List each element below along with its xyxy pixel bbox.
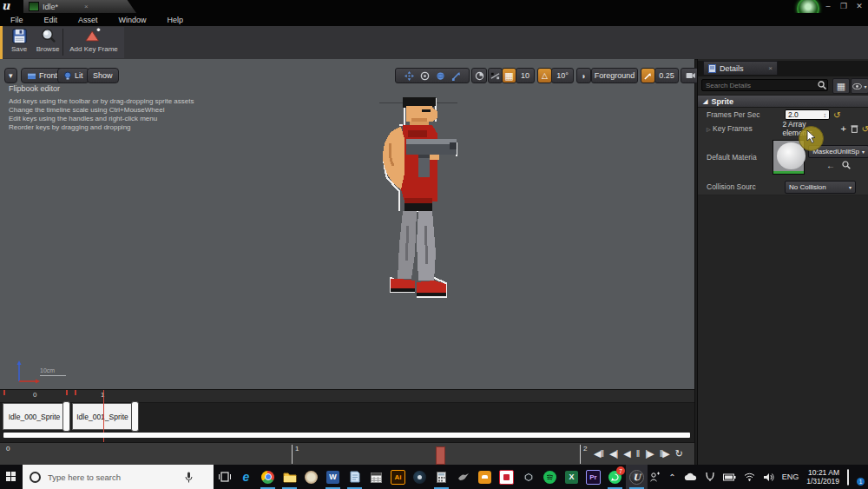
taskbar-app-steam[interactable] — [409, 465, 431, 489]
start-button[interactable] — [0, 465, 23, 489]
save-button[interactable]: Save — [5, 28, 33, 57]
delete-elements-icon[interactable] — [851, 124, 858, 133]
browse-button[interactable]: Browse — [33, 28, 62, 57]
property-matrix-button[interactable]: ▦ — [832, 78, 850, 94]
pause-button[interactable]: ‖ — [636, 448, 640, 459]
flipbook-timeline[interactable]: 0 1 Idle_000_Sprite Idle_001_Sprite — [0, 389, 695, 443]
taskbar-app-premiere[interactable]: Pr — [582, 465, 604, 489]
taskbar-app-gray-bird[interactable] — [452, 465, 474, 489]
viewport-options-dropdown[interactable]: ▾ — [4, 68, 17, 83]
step-back-button[interactable]: ◀| — [609, 448, 617, 459]
timeline-track-bar[interactable] — [3, 433, 690, 438]
grid-snap-value-dropdown[interactable]: 10 — [516, 68, 535, 83]
angle-icon: △ — [542, 71, 548, 80]
rotation-snap-toggle[interactable]: △ — [537, 68, 552, 83]
expander-icon[interactable]: ▷ — [707, 127, 711, 132]
menu-asset[interactable]: Asset — [68, 16, 108, 24]
rotation-snap-value-dropdown[interactable]: 10° — [551, 68, 574, 83]
sprite-section-header[interactable]: ◢ Sprite — [698, 95, 868, 108]
play-reverse-button[interactable]: ◀ — [623, 448, 629, 459]
taskbar-app-excel[interactable]: X — [561, 465, 582, 489]
details-tab[interactable]: Details × — [703, 61, 778, 75]
frames-per-second-input[interactable]: 2.0 ↕ — [785, 109, 830, 120]
sphere-gizmo-icon[interactable] — [436, 71, 445, 81]
scale-tool-icon[interactable] — [451, 71, 461, 81]
add-element-icon[interactable]: + — [840, 123, 845, 134]
lit-mode-button[interactable]: Lit — [57, 68, 89, 83]
taskbar-clock[interactable]: 10:21 AM 1/31/2019 — [806, 468, 839, 486]
reset-to-default-icon[interactable]: ↺ — [862, 124, 868, 134]
taskbar-app-word[interactable]: W — [322, 465, 344, 489]
taskbar-app-notepad[interactable] — [344, 465, 365, 489]
taskbar-app-compass[interactable] — [300, 465, 322, 489]
details-tab-close-icon[interactable]: × — [768, 64, 773, 72]
rotate-tool-icon[interactable] — [420, 71, 430, 81]
display-filter-button[interactable]: ▾ — [851, 78, 868, 94]
taskbar-app-orange[interactable] — [474, 465, 496, 489]
collision-source-dropdown[interactable]: No Collision ▾ — [785, 181, 856, 194]
taskbar-app-calendar[interactable] — [365, 465, 387, 489]
taskbar-app-red[interactable] — [496, 465, 517, 489]
browse-to-asset-icon[interactable] — [842, 161, 851, 169]
scale-ruler: 10cm — [40, 367, 66, 376]
action-center-button[interactable]: 1 — [847, 470, 863, 484]
taskbar-app-file-explorer[interactable] — [279, 465, 300, 489]
tray-expand-chevron-icon[interactable]: ⌃ — [668, 472, 675, 482]
taskbar-app-unreal[interactable]: U — [626, 465, 648, 489]
snap-plane-button[interactable] — [488, 68, 503, 83]
keyframe-idle-000[interactable]: Idle_000_Sprite — [3, 403, 66, 430]
minimize-button[interactable]: – — [821, 1, 835, 11]
onedrive-cloud-icon[interactable] — [684, 472, 697, 481]
menu-window[interactable]: Window — [108, 16, 157, 24]
speaker-icon[interactable] — [763, 472, 774, 482]
keyframe-handle[interactable] — [131, 401, 139, 432]
taskbar-app-calculator[interactable] — [431, 465, 452, 489]
step-forward-button[interactable]: |▶ — [645, 448, 653, 459]
taskbar-app-spotify[interactable] — [539, 465, 561, 489]
translate-tool-icon[interactable] — [404, 71, 414, 81]
add-key-frame-button[interactable]: Add Key Frame — [66, 28, 122, 57]
asset-tab-idle[interactable]: Idle* × — [23, 0, 136, 13]
camera-speed-button[interactable] — [641, 68, 655, 83]
reset-to-default-icon[interactable]: ↺ — [833, 110, 840, 120]
camera-speed-value[interactable]: 0.25 — [654, 68, 679, 83]
language-indicator[interactable]: ENG — [782, 472, 799, 481]
taskbar-app-unity[interactable] — [517, 465, 539, 489]
scale-snap-toggle[interactable]: ◗ — [576, 68, 591, 83]
use-selected-asset-icon[interactable]: ← — [826, 161, 835, 170]
close-button[interactable]: ✕ — [852, 1, 866, 11]
expander-icon: ◢ — [703, 98, 707, 105]
menu-file[interactable]: File — [0, 16, 34, 24]
keyframe-idle-001[interactable]: Idle_001_Sprite — [72, 403, 133, 430]
taskbar-app-chrome[interactable] — [257, 465, 279, 489]
grid-snap-toggle[interactable]: ▦ — [502, 68, 516, 83]
layer-dropdown[interactable]: Foreground — [591, 68, 638, 83]
to-front-button[interactable]: ◀‖ — [594, 448, 603, 459]
taskbar-app-whatsapp[interactable]: 7 — [604, 465, 626, 489]
taskbar-search[interactable] — [23, 465, 214, 489]
scrub-handle[interactable] — [436, 446, 445, 465]
show-menu-button[interactable]: Show — [87, 68, 119, 83]
utorrent-icon[interactable] — [705, 472, 715, 482]
menu-edit[interactable]: Edit — [34, 16, 69, 24]
surface-snapping-button[interactable] — [471, 68, 487, 83]
taskbar-app-edge[interactable]: e — [235, 465, 257, 489]
microphone-icon[interactable] — [185, 472, 193, 483]
loop-button[interactable]: ↻ — [675, 448, 682, 459]
taskbar-search-input[interactable] — [46, 472, 180, 483]
scrub-bar[interactable]: 0 1 2 ◀‖ ◀| ◀ ‖ |▶ ‖▶ ↻ — [0, 442, 695, 466]
to-end-button[interactable]: ‖▶ — [660, 448, 669, 459]
menu-help[interactable]: Help — [157, 16, 194, 24]
battery-icon[interactable] — [723, 473, 736, 481]
task-view-button[interactable] — [214, 465, 235, 489]
ruler-red-tick — [75, 390, 76, 395]
tab-close-icon[interactable]: × — [84, 3, 89, 10]
maximize-button[interactable]: ❐ — [837, 1, 851, 11]
people-icon[interactable] — [649, 472, 661, 482]
details-search-input[interactable] — [701, 79, 828, 91]
keyframe-handle[interactable] — [62, 401, 70, 432]
flipbook-viewport[interactable]: ▾ Front Lit Show — [0, 59, 695, 389]
wifi-icon[interactable] — [744, 472, 755, 481]
taskbar-app-illustrator[interactable]: Ai — [387, 465, 409, 489]
spinner-icon[interactable]: ↕ — [824, 112, 827, 118]
